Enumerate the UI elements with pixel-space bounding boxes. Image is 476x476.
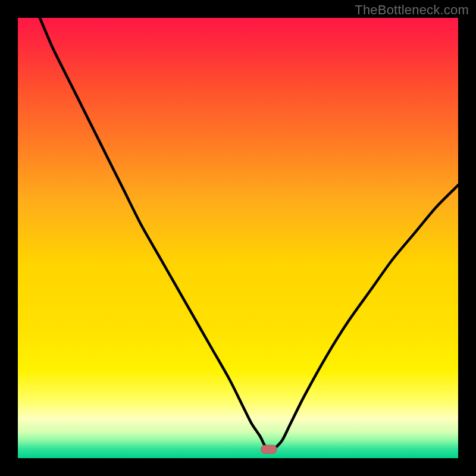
minimum-marker bbox=[261, 445, 277, 453]
gradient-background bbox=[18, 18, 458, 458]
plot-area bbox=[18, 18, 458, 458]
chart-frame: TheBottleneck.com bbox=[0, 0, 476, 476]
watermark-text: TheBottleneck.com bbox=[355, 2, 469, 18]
chart-svg bbox=[18, 18, 458, 458]
